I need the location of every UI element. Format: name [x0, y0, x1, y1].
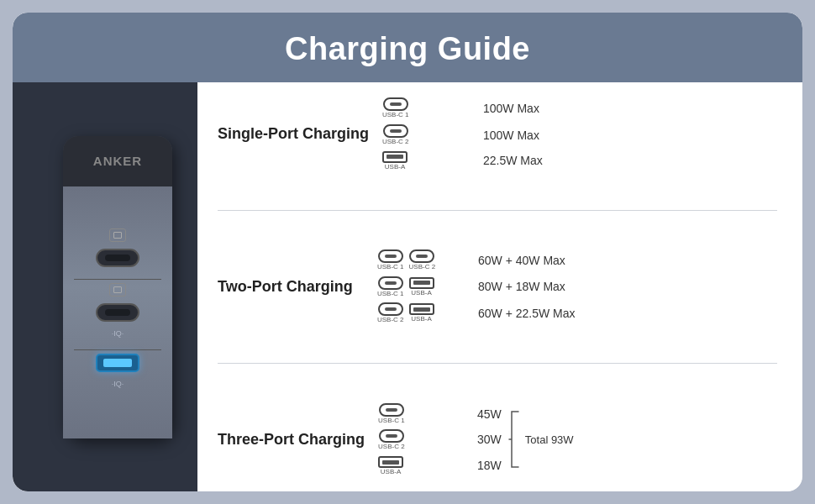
port-icons-usbc2: USB-C 2 — [382, 124, 475, 146]
bracket-total: Total 93W — [508, 410, 574, 469]
charger-body: ANKER — [63, 136, 172, 438]
usba-icon — [409, 303, 434, 315]
three-port-rows: USB-C 1 USB-C 2 — [378, 403, 777, 476]
port-icons-3a: USB-A — [378, 456, 471, 476]
single-port-rows: USB-C 1 100W Max USB-C 2 1 — [382, 97, 777, 171]
usbc-icon — [409, 249, 434, 263]
usbc-icon — [383, 97, 408, 111]
power-100w-1: 100W Max — [483, 102, 539, 115]
divider-2 — [218, 363, 777, 364]
bracket-icon — [508, 410, 520, 469]
table-row: USB-A 22.5W Max — [382, 151, 777, 171]
port-icons-usbc1: USB-C 1 — [382, 97, 475, 119]
header: Charging Guide — [13, 13, 802, 82]
table-row: USB-A — [378, 456, 471, 476]
table-row: USB-C 1 USB-C 2 60W + 40W Max — [377, 249, 777, 271]
a1-wrap: USB-A — [409, 277, 434, 297]
port-icons-c2a: USB-C 2 USB-A — [377, 302, 470, 324]
two-port-section: Two-Port Charging USB-C 1 USB-C 2 — [218, 243, 777, 331]
table-row: USB-C 1 100W Max — [382, 97, 777, 119]
usbc-icon — [378, 302, 403, 316]
two-port-title: Two-Port Charging — [218, 249, 377, 324]
device-column: ANKER — [13, 82, 197, 491]
content-row: ANKER — [13, 82, 802, 491]
charger-top: ANKER — [63, 136, 172, 186]
iq-label-1: ·IQ· — [112, 329, 124, 338]
usbc-icon — [383, 124, 408, 138]
power-30w: 30W — [477, 433, 502, 446]
three-power-col: 45W 30W 18W — [477, 406, 502, 473]
usbc-port-2 — [96, 303, 139, 322]
usbc2-label: USB-C 2 — [382, 139, 409, 146]
port-indicator-2 — [109, 283, 126, 297]
three-port-section: Three-Port Charging USB-C 1 — [218, 396, 777, 483]
usbc-icon — [379, 429, 404, 443]
page-title: Charging Guide — [13, 13, 802, 82]
usba-icon — [382, 151, 408, 163]
usbc1-label: USB-C 1 — [382, 112, 409, 119]
c1-wrap: USB-C 1 — [377, 249, 404, 271]
a2-wrap: USB-A — [409, 303, 434, 323]
usbc2-icon-wrap: USB-C 2 — [382, 124, 409, 146]
three-port-title: Three-Port Charging — [218, 403, 378, 476]
usba-icon-wrap: USB-A — [382, 151, 408, 171]
single-port-section: Single-Port Charging USB-C 1 100W Max — [218, 91, 777, 177]
charger-logo: ANKER — [93, 154, 142, 168]
port-icons-3c2: USB-C 2 — [378, 429, 471, 451]
port-icons-usba: USB-A — [382, 151, 475, 171]
port-usba-group: ·IQ· — [71, 354, 165, 388]
port-icons-cc1: USB-C 1 USB-C 2 — [377, 249, 470, 271]
c1-wrap-2: USB-C 1 — [377, 276, 404, 298]
3c1-wrap: USB-C 1 — [378, 403, 405, 425]
table-row: USB-C 1 — [378, 403, 471, 425]
table-row: USB-C 2 USB-A 60W + 22.5W Max — [377, 302, 777, 324]
usbc-icon — [378, 249, 403, 263]
single-port-title: Single-Port Charging — [218, 97, 382, 171]
usba-icon — [409, 277, 434, 289]
total-93w-label: Total 93W — [525, 433, 574, 446]
usba-label: USB-A — [385, 164, 405, 171]
two-port-rows: USB-C 1 USB-C 2 60W + 40W Max — [377, 249, 777, 324]
power-60-22: 60W + 22.5W Max — [478, 307, 576, 320]
power-100w-2: 100W Max — [483, 129, 539, 142]
charger-ports: ·IQ· ·IQ· — [63, 186, 172, 438]
c2-wrap-2: USB-C 2 — [377, 302, 404, 324]
usbc1-icon-wrap: USB-C 1 — [382, 97, 409, 119]
table-row: USB-C 2 — [378, 429, 471, 451]
c2-wrap: USB-C 2 — [409, 249, 436, 271]
port-divider-1 — [74, 279, 161, 280]
three-port-port-col: USB-C 1 USB-C 2 — [378, 403, 471, 476]
port-icons-ca2: USB-C 1 USB-A — [377, 276, 470, 298]
port-icons-3c1: USB-C 1 — [378, 403, 471, 425]
power-80-18: 80W + 18W Max — [478, 280, 565, 293]
port-divider-2 — [74, 349, 161, 350]
port-usbc2-group: ·IQ· — [71, 283, 165, 338]
usba-icon — [378, 456, 403, 468]
usbc-port-1 — [96, 249, 139, 267]
divider-1 — [218, 210, 777, 211]
3a-wrap: USB-A — [378, 456, 403, 476]
iq-label-2: ·IQ· — [112, 380, 124, 388]
table-row: USB-C 1 USB-A 80W + 18W Max — [377, 276, 777, 298]
guide-column: Single-Port Charging USB-C 1 100W Max — [197, 82, 802, 491]
3c2-wrap: USB-C 2 — [378, 429, 405, 451]
power-22w: 22.5W Max — [483, 154, 543, 167]
table-row: USB-C 2 100W Max — [382, 124, 777, 146]
usbc-icon — [378, 276, 403, 290]
usbc-icon — [379, 403, 404, 417]
port-indicator — [109, 228, 126, 242]
power-60-40: 60W + 40W Max — [478, 254, 565, 267]
three-port-wrapper: USB-C 1 USB-C 2 — [378, 403, 777, 476]
port-usbc1-group — [71, 228, 165, 267]
usba-port — [96, 354, 139, 372]
main-card: Charging Guide ANKER — [13, 13, 802, 491]
power-45w: 45W — [477, 407, 502, 421]
power-18w: 18W — [477, 459, 502, 472]
